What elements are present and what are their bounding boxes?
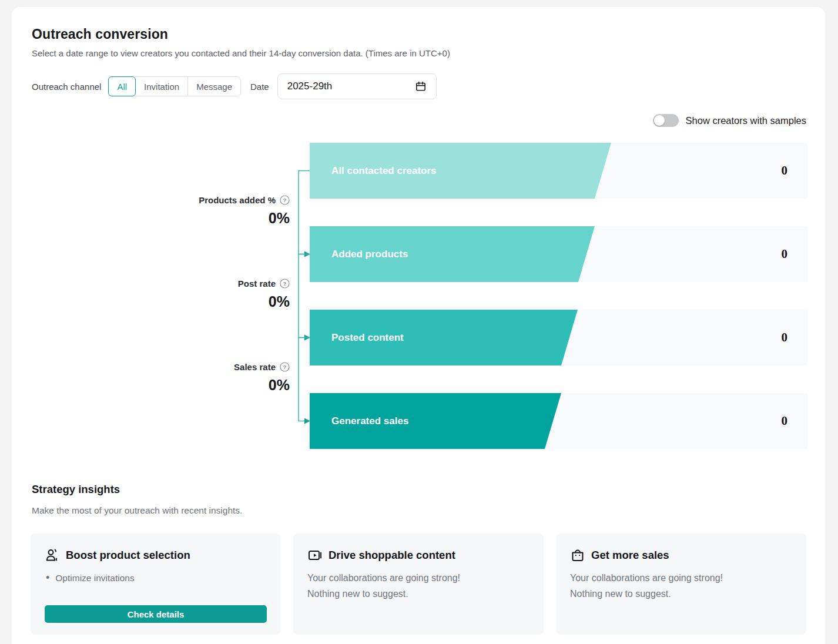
date-label: Date [250, 82, 269, 92]
funnel-connector-lines [12, 143, 317, 451]
channel-segmented-control: All Invitation Message [108, 76, 241, 96]
insight-card-drive-shoppable-content: Drive shoppable content Your collaborati… [293, 534, 544, 635]
funnel-row-added-products: Added products 0 [310, 226, 807, 282]
channel-tab-message[interactable]: Message [187, 77, 240, 96]
samples-toggle-row: Show creators with samples [653, 114, 806, 127]
calendar-icon[interactable] [415, 80, 427, 92]
insight-cards: Boost product selection • Optimize invit… [31, 534, 806, 635]
funnel-bar: All contacted creators [310, 143, 611, 199]
date-picker-input[interactable]: 2025-29th [277, 73, 437, 99]
show-creators-with-samples-toggle[interactable] [653, 114, 679, 127]
insight-card-title: Drive shoppable content [329, 549, 455, 562]
insight-card-get-more-sales: Get more sales Your collaborations are g… [556, 534, 806, 635]
outreach-channel-label: Outreach channel [32, 82, 101, 92]
funnel-stage-value: 0 [782, 143, 788, 199]
funnel-stage-value: 0 [782, 310, 788, 365]
page-subtitle: Select a date range to view creators you… [32, 48, 450, 58]
shoppable-video-icon [307, 548, 323, 563]
funnel-stage-value: 0 [782, 226, 788, 282]
funnel-stage-label: All contacted creators [331, 143, 437, 199]
channel-tab-invitation[interactable]: Invitation [136, 77, 187, 96]
creator-megaphone-icon [45, 548, 60, 563]
insight-card-title: Get more sales [591, 549, 669, 562]
insight-card-title: Boost product selection [66, 549, 190, 562]
filter-row: Outreach channel All Invitation Message … [32, 73, 437, 99]
outreach-funnel-chart: All contacted creators 0 Added products … [12, 143, 825, 451]
page-title: Outreach conversion [32, 26, 168, 42]
outreach-conversion-panel: Outreach conversion Select a date range … [12, 7, 825, 644]
toggle-knob [654, 115, 665, 126]
check-details-button[interactable]: Check details [45, 605, 267, 623]
funnel-stage-label: Added products [331, 226, 408, 282]
funnel-row-generated-sales: Generated sales 0 [310, 393, 807, 449]
insight-card-boost-product-selection: Boost product selection • Optimize invit… [31, 534, 281, 635]
funnel-bar: Posted content [310, 310, 578, 365]
strategy-insights-title: Strategy insights [32, 483, 120, 496]
bullet-dot: • [46, 572, 49, 584]
funnel-bar: Generated sales [310, 393, 561, 449]
insight-body: Your collaborations are going strong! No… [307, 570, 529, 602]
insight-bullet: • Optimize invitations [45, 572, 267, 584]
samples-toggle-label: Show creators with samples [686, 115, 806, 126]
date-value: 2025-29th [287, 80, 415, 92]
funnel-stage-label: Posted content [331, 310, 404, 365]
strategy-insights-subtitle: Make the most of your outreach with rece… [32, 505, 242, 516]
insight-body: Your collaborations are going strong! No… [570, 570, 792, 602]
funnel-row-posted-content: Posted content 0 [310, 310, 807, 365]
funnel-bar: Added products [310, 226, 595, 282]
channel-tab-all[interactable]: All [108, 76, 136, 96]
shopping-bag-icon [570, 548, 585, 563]
funnel-row-all-contacted: All contacted creators 0 [310, 143, 807, 199]
funnel-stage-label: Generated sales [331, 393, 408, 449]
funnel-stage-value: 0 [782, 393, 788, 449]
